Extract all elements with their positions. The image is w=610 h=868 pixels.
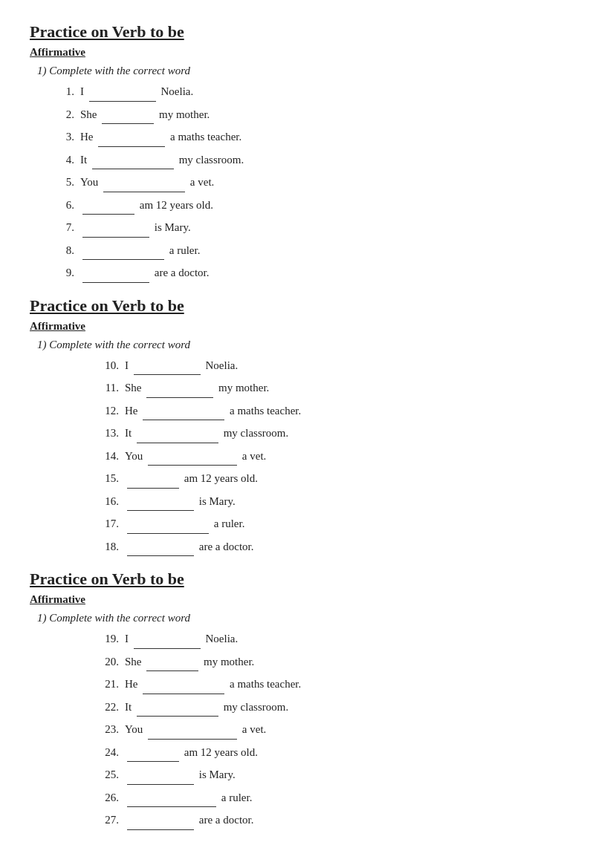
fill-blank[interactable]	[92, 150, 174, 170]
section-2: Practice on Verb to beAffirmative1) Comp…	[30, 296, 580, 557]
item-number: 16.	[82, 492, 119, 512]
fill-blank[interactable]	[127, 810, 194, 830]
fill-blank[interactable]	[98, 127, 165, 147]
item-after: a vet.	[187, 176, 214, 188]
item-before: You	[125, 723, 146, 735]
list-item: 5.You a vet.	[37, 172, 580, 192]
item-number: 12.	[82, 402, 119, 421]
item-number: 17.	[82, 515, 119, 534]
list-item: 8. a ruler.	[37, 241, 580, 261]
exercise-list-3: 19.I Noelia.20.She my mother.21.He a mat…	[30, 629, 580, 830]
exercise-list-1: 1.I Noelia.2.She my mother.3.He a maths …	[30, 82, 580, 283]
fill-blank[interactable]	[146, 378, 213, 398]
item-before: She	[125, 656, 144, 668]
item-number: 24.	[82, 743, 119, 763]
list-item: 21.He a maths teacher.	[37, 674, 580, 694]
item-number: 2.	[52, 105, 74, 125]
section-1: Practice on Verb to beAffirmative1) Comp…	[30, 22, 580, 283]
item-number: 9.	[52, 264, 74, 283]
list-item: 7. is Mary.	[37, 218, 580, 238]
item-number: 21.	[82, 675, 119, 694]
fill-blank[interactable]	[127, 514, 209, 534]
item-number: 11.	[82, 379, 119, 398]
fill-blank[interactable]	[146, 652, 198, 672]
item-after: Noelia.	[158, 85, 193, 97]
list-item: 23.You a vet.	[37, 719, 580, 740]
section-title-1: Practice on Verb to be	[30, 22, 580, 42]
exercise-list-2: 10.I Noelia.11.She my mother.12.He a mat…	[30, 356, 580, 557]
fill-blank[interactable]	[127, 469, 179, 489]
fill-blank[interactable]	[82, 195, 134, 215]
item-number: 8.	[52, 241, 74, 261]
fill-blank[interactable]	[137, 697, 218, 717]
item-number: 1.	[52, 82, 74, 102]
fill-blank[interactable]	[148, 719, 237, 740]
item-before: He	[80, 131, 96, 143]
fill-blank[interactable]	[82, 218, 149, 238]
item-number: 3.	[52, 128, 74, 147]
item-after: a vet.	[239, 723, 266, 735]
list-item: 2.She my mother.	[37, 105, 580, 125]
list-item: 25. is Mary.	[37, 765, 580, 785]
item-after: Noelia.	[203, 359, 238, 371]
fill-blank[interactable]	[137, 423, 218, 443]
item-number: 7.	[52, 218, 74, 238]
list-item: 12.He a maths teacher.	[37, 401, 580, 421]
fill-blank[interactable]	[143, 401, 224, 421]
item-after: a maths teacher.	[227, 678, 301, 690]
instruction-3: 1) Complete with the correct word	[37, 612, 580, 624]
list-item: 26. a ruler.	[37, 788, 580, 808]
item-after: a maths teacher.	[227, 405, 301, 417]
fill-blank[interactable]	[127, 788, 216, 808]
item-number: 19.	[82, 630, 119, 649]
item-number: 26.	[82, 789, 119, 808]
item-after: a maths teacher.	[167, 131, 241, 143]
list-item: 11.She my mother.	[37, 378, 580, 398]
fill-blank[interactable]	[127, 765, 194, 785]
item-before: You	[125, 450, 146, 462]
item-after: my classroom.	[221, 427, 288, 439]
section-title-2: Practice on Verb to be	[30, 296, 580, 316]
fill-blank[interactable]	[89, 82, 156, 102]
item-number: 22.	[82, 698, 119, 717]
fill-blank[interactable]	[82, 241, 164, 261]
fill-blank[interactable]	[143, 674, 224, 694]
fill-blank[interactable]	[134, 629, 201, 649]
fill-blank[interactable]	[127, 537, 194, 557]
item-after: are a doctor.	[196, 541, 253, 552]
fill-blank[interactable]	[127, 492, 194, 512]
item-after: are a doctor.	[196, 814, 253, 826]
fill-blank[interactable]	[103, 172, 185, 192]
list-item: 15. am 12 years old.	[37, 469, 580, 489]
page-content: Practice on Verb to beAffirmative1) Comp…	[30, 22, 580, 830]
item-after: a ruler.	[166, 244, 200, 256]
item-after: a ruler.	[211, 518, 244, 529]
fill-blank[interactable]	[148, 446, 237, 466]
item-number: 14.	[82, 447, 119, 466]
list-item: 3.He a maths teacher.	[37, 127, 580, 147]
item-number: 20.	[82, 653, 119, 672]
item-after: am 12 years old.	[181, 472, 258, 484]
item-after: is Mary.	[196, 769, 236, 780]
fill-blank[interactable]	[127, 743, 179, 763]
item-after: my mother.	[156, 108, 210, 120]
item-after: is Mary.	[196, 495, 236, 507]
list-item: 27. are a doctor.	[37, 810, 580, 830]
fill-blank[interactable]	[102, 105, 154, 125]
item-after: my classroom.	[176, 154, 244, 166]
item-after: are a doctor.	[152, 267, 209, 278]
instruction-1: 1) Complete with the correct word	[37, 65, 580, 77]
list-item: 16. is Mary.	[37, 492, 580, 512]
item-before: He	[125, 678, 140, 690]
fill-blank[interactable]	[134, 356, 201, 376]
item-after: am 12 years old.	[181, 746, 258, 758]
item-after: a vet.	[239, 450, 266, 462]
item-before: It	[125, 701, 134, 713]
item-number: 10.	[82, 356, 119, 376]
fill-blank[interactable]	[82, 263, 149, 283]
list-item: 14.You a vet.	[37, 446, 580, 466]
item-after: am 12 years old.	[137, 199, 213, 211]
list-item: 24. am 12 years old.	[37, 743, 580, 763]
item-before: I	[80, 85, 87, 97]
item-number: 6.	[52, 196, 74, 215]
